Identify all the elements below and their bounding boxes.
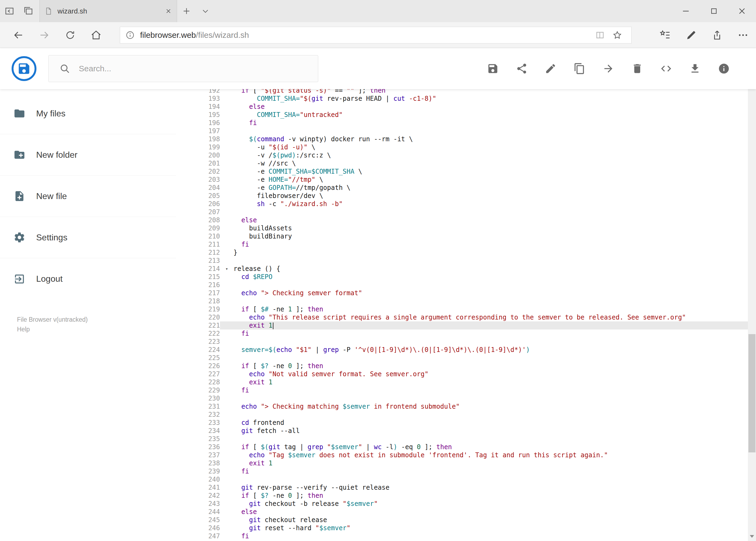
tab-preview-chevron-button[interactable] [196,0,215,22]
set-tabs-aside-button[interactable] [0,0,19,22]
code-line-247[interactable]: 247 fi [176,532,748,540]
site-info-icon[interactable] [126,31,135,40]
code-line-237[interactable]: 237 echo "Tag $semver does not exist in … [176,451,748,459]
save-button[interactable] [487,63,499,75]
code-line-193[interactable]: 193 COMMIT_SHA="$(git rev-parse HEAD | c… [176,95,748,103]
scroll-down-arrow[interactable] [748,532,756,541]
code-line-229[interactable]: 229 fi [176,386,748,394]
code-line-242[interactable]: 242 if [ $? -ne 0 ]; then [176,492,748,500]
refresh-button[interactable] [57,22,83,48]
code-line-246[interactable]: 246 git reset --hard "$semver" [176,524,748,532]
code-line-217[interactable]: 217 echo "> Checking semver format" [176,289,748,297]
code-line-236[interactable]: 236 if [ $(git tag | grep "$semver" | wc… [176,443,748,451]
sidebar-item-logout[interactable]: Logout [0,258,176,299]
code-line-220[interactable]: 220 echo "This release script requires a… [176,313,748,321]
move-button[interactable] [603,63,614,75]
tabs-preview-button[interactable] [19,0,38,22]
code-line-192[interactable]: 192 if [ "$(git status -s)" == "" ]; the… [176,89,748,95]
code-line-244[interactable]: 244 else [176,508,748,516]
copy-button[interactable] [574,63,586,75]
code-line-202[interactable]: 202 -e COMMIT_SHA=$COMMIT_SHA \ [176,168,748,176]
raw-view-button[interactable] [660,63,672,75]
filebrowser-logo[interactable] [12,56,36,81]
code-line-205[interactable]: 205 filebrowser/dev \ [176,192,748,200]
code-line-240[interactable]: 240 [176,475,748,483]
code-line-214[interactable]: 214▾release () { [176,265,748,273]
sidebar-item-new-file[interactable]: New file [0,176,176,217]
page-scrollbar[interactable] [748,48,756,541]
minimize-button[interactable] [672,0,700,22]
help-link[interactable]: Help [17,324,176,334]
code-line-222[interactable]: 222 fi [176,329,748,337]
info-button[interactable] [718,63,730,75]
code-line-224[interactable]: 224 semver=$(echo "$1" | grep -P '^v(0|[… [176,346,748,354]
scrollbar-thumb[interactable] [748,334,755,452]
code-line-203[interactable]: 203 -e HOME="//tmp" \ [176,176,748,184]
code-line-195[interactable]: 195 COMMIT_SHA="untracked" [176,111,748,119]
code-line-221[interactable]: 221 exit 1 [176,321,748,329]
sidebar-item-my-files[interactable]: My files [0,93,176,134]
add-favorite-button[interactable] [609,30,626,40]
code-line-226[interactable]: 226 if [ $? -ne 0 ]; then [176,362,748,370]
sidebar-item-new-folder[interactable]: New folder [0,134,176,176]
code-line-211[interactable]: 211 fi [176,241,748,249]
search-input[interactable] [78,64,318,74]
code-line-201[interactable]: 201 -w //src \ [176,159,748,168]
code-line-225[interactable]: 225 [176,354,748,362]
forward-button[interactable] [31,22,57,48]
hub-favorites-button[interactable] [652,22,678,48]
code-line-213[interactable]: 213 [176,257,748,265]
code-line-239[interactable]: 239 fi [176,467,748,475]
code-line-245[interactable]: 245 git checkout release [176,516,748,524]
code-line-218[interactable]: 218 [176,297,748,305]
code-line-208[interactable]: 208 else [176,216,748,224]
sidebar-item-settings[interactable]: Settings [0,217,176,258]
close-button[interactable] [728,0,756,22]
search-bar[interactable] [48,55,318,82]
code-line-196[interactable]: 196 fi [176,119,748,127]
code-editor[interactable]: 192 if [ "$(git status -s)" == "" ]; the… [176,89,748,541]
home-button[interactable] [83,22,109,48]
code-line-234[interactable]: 234 git fetch --all [176,427,748,435]
code-line-210[interactable]: 210 buildBinary [176,232,748,241]
code-line-223[interactable]: 223 [176,337,748,346]
code-line-219[interactable]: 219 if [ $# -ne 1 ]; then [176,305,748,313]
download-button[interactable] [689,63,701,75]
code-line-230[interactable]: 230 [176,394,748,402]
code-line-209[interactable]: 209 buildAssets [176,224,748,232]
reading-view-button[interactable] [591,30,609,40]
code-line-212[interactable]: 212} [176,249,748,257]
rename-button[interactable] [545,63,557,75]
maximize-button[interactable] [700,0,728,22]
code-line-241[interactable]: 241 git rev-parse --verify --quiet relea… [176,483,748,492]
browser-tab[interactable]: wizard.sh [39,0,177,22]
code-line-227[interactable]: 227 echo "Not valid semver format. See s… [176,370,748,378]
code-line-235[interactable]: 235 [176,435,748,443]
code-line-216[interactable]: 216 [176,281,748,289]
code-line-199[interactable]: 199 -u "$(id -u)" \ [176,143,748,151]
code-line-207[interactable]: 207 [176,208,748,216]
url-field[interactable]: filebrowser.web/files/wizard.sh [120,27,631,44]
more-options-button[interactable] [730,22,756,48]
code-line-215[interactable]: 215 cd $REPO [176,273,748,281]
delete-button[interactable] [631,63,643,75]
code-line-232[interactable]: 232 [176,410,748,419]
fold-marker-icon[interactable]: ▾ [220,265,233,273]
code-line-243[interactable]: 243 git checkout -b release "$semver" [176,500,748,508]
code-line-200[interactable]: 200 -v /$(pwd):/src:z \ [176,151,748,159]
code-line-197[interactable]: 197 [176,127,748,135]
code-line-238[interactable]: 238 exit 1 [176,459,748,467]
web-note-button[interactable] [678,22,704,48]
code-line-231[interactable]: 231 echo "> Checking matching $semver in… [176,402,748,410]
tab-close-icon[interactable] [165,8,172,15]
new-tab-button[interactable] [177,0,196,22]
back-button[interactable] [5,22,31,48]
code-line-194[interactable]: 194 else [176,103,748,111]
code-line-228[interactable]: 228 exit 1 [176,378,748,386]
code-line-198[interactable]: 198 $(command -v winpty) docker run --rm… [176,135,748,143]
code-line-233[interactable]: 233 cd frontend [176,419,748,427]
share-button[interactable] [516,63,528,75]
code-line-204[interactable]: 204 -e GOPATH=//tmp/gopath \ [176,184,748,192]
code-line-206[interactable]: 206 sh -c "./wizard.sh -b" [176,200,748,208]
share-page-button[interactable] [704,22,730,48]
